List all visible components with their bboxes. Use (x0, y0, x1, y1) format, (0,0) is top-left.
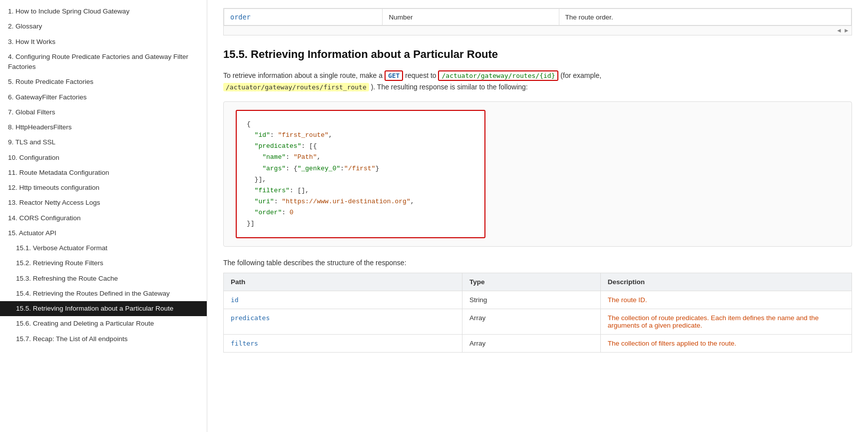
sidebar-item-item-9[interactable]: 9. TLS and SSL (0, 135, 207, 150)
endpoint-2-badge: /actuator/gateway/routes/first_route (223, 83, 369, 91)
sidebar-item-item-14[interactable]: 14. CORS Configuration (0, 211, 207, 226)
sidebar-item-item-15-3[interactable]: 15.3. Refreshing the Route Cache (0, 271, 207, 286)
data-table: Path Type Description idStringThe route … (223, 273, 852, 353)
table-cell-desc-0: The route ID. (600, 291, 852, 309)
sidebar-item-item-13[interactable]: 13. Reactor Netty Access Logs (0, 195, 207, 210)
sidebar-item-item-4[interactable]: 4. Configuring Route Predicate Factories… (0, 49, 207, 75)
intro-paragraph: To retrieve information about a single r… (223, 70, 852, 94)
sidebar-item-item-15-5[interactable]: 15.5. Retrieving Information about a Par… (0, 301, 207, 316)
sidebar-item-item-15[interactable]: 15. Actuator API (0, 226, 207, 241)
sidebar-item-item-2[interactable]: 2. Glossary (0, 19, 207, 34)
section-heading: 15.5. Retrieving Information about a Par… (223, 47, 852, 62)
sidebar-item-item-5[interactable]: 5. Route Predicate Factories (0, 74, 207, 89)
table-row: idStringThe route ID. (224, 291, 852, 309)
table-cell-path-0[interactable]: id (224, 291, 462, 309)
sidebar-item-item-11[interactable]: 11. Route Metadata Configuration (0, 165, 207, 180)
table-cell-path-1[interactable]: predicates (224, 309, 462, 335)
sidebar-item-item-7[interactable]: 7. Global Filters (0, 105, 207, 120)
code-line-5: "args": {"_genkey_0":"/first"} (247, 163, 474, 174)
sidebar: 1. How to Include Spring Cloud Gateway2.… (0, 0, 207, 432)
order-type-cell: Number (383, 9, 559, 25)
sidebar-item-item-15-7[interactable]: 15.7. Recap: The List of All endpoints (0, 332, 207, 347)
sidebar-item-item-8[interactable]: 8. HttpHeadersFilters (0, 120, 207, 135)
code-line-3: "predicates": [{ (247, 141, 474, 152)
col-header-type: Type (462, 273, 601, 291)
sidebar-item-item-12[interactable]: 12. Http timeouts configuration (0, 180, 207, 195)
sidebar-item-item-3[interactable]: 3. How It Works (0, 34, 207, 49)
sidebar-item-item-1[interactable]: 1. How to Include Spring Cloud Gateway (0, 4, 207, 19)
code-line-8: "uri": "https://www.uri-destination.org"… (247, 196, 474, 207)
code-line-7: "filters": [], (247, 185, 474, 196)
order-desc-cell: The route order. (559, 9, 851, 25)
col-header-desc: Description (600, 273, 852, 291)
scroll-hint: ◄ ► (224, 25, 852, 35)
table-cell-type-2: Array (462, 335, 601, 353)
order-path-cell[interactable]: order (224, 9, 383, 25)
endpoint-1-badge: /actuator/gateway/routes/{id} (438, 70, 558, 81)
sidebar-item-item-15-2[interactable]: 15.2. Retrieving Route Filters (0, 256, 207, 271)
code-line-2: "id": "first_route", (247, 130, 474, 141)
intro-text-2: request to (403, 71, 438, 79)
table-row: filtersArrayThe collection of filters ap… (224, 335, 852, 353)
table-row: predicatesArrayThe collection of route p… (224, 309, 852, 335)
endpoint-1-text: /actuator/gateway/routes/{id} (441, 72, 555, 79)
code-line-6: }], (247, 174, 474, 185)
main-content: order Number The route order. ◄ ► 15.5. … (207, 0, 868, 432)
sidebar-item-item-15-6[interactable]: 15.6. Creating and Deleting a Particular… (0, 316, 207, 331)
code-line-9: "order": 0 (247, 207, 474, 218)
code-block-container: { "id": "first_route", "predicates": [{ … (223, 101, 852, 247)
sidebar-item-item-15-1[interactable]: 15.1. Verbose Actuator Format (0, 241, 207, 256)
table-cell-desc-1: The collection of route predicates. Each… (600, 309, 852, 335)
sidebar-item-item-15-4[interactable]: 15.4. Retrieving the Routes Defined in t… (0, 286, 207, 301)
get-keyword: GET (388, 72, 400, 79)
intro-text-3: (for example, (558, 71, 601, 79)
top-table: order Number The route order. (224, 8, 852, 25)
code-line-10: }] (247, 218, 474, 229)
top-table-container: order Number The route order. ◄ ► (223, 8, 852, 35)
table-cell-path-2[interactable]: filters (224, 335, 462, 353)
code-line-1: { (247, 119, 474, 130)
table-cell-desc-2: The collection of filters applied to the… (600, 335, 852, 353)
table-description: The following table describes the struct… (223, 259, 852, 267)
table-cell-type-0: String (462, 291, 601, 309)
col-header-path: Path (224, 273, 462, 291)
sidebar-item-item-6[interactable]: 6. GatewayFilter Factories (0, 90, 207, 105)
table-row: order Number The route order. (224, 9, 852, 25)
get-badge: GET (385, 70, 403, 81)
table-cell-type-1: Array (462, 309, 601, 335)
sidebar-item-item-10[interactable]: 10. Configuration (0, 150, 207, 165)
code-line-4: "name": "Path", (247, 152, 474, 163)
intro-text-4: ). The resulting response is similar to … (369, 83, 528, 91)
intro-text-1: To retrieve information about a single r… (223, 71, 385, 79)
code-block: { "id": "first_route", "predicates": [{ … (236, 110, 485, 238)
